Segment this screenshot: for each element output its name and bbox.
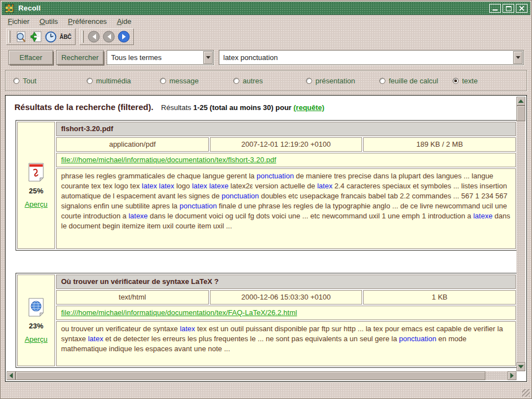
results-header: Résultats de la recherche (filtered).Rés… bbox=[14, 102, 516, 112]
result-mime: application/pdf bbox=[56, 137, 209, 152]
scroll-right-button[interactable] bbox=[508, 371, 516, 380]
results-list: Résultats de la recherche (filtered).Rés… bbox=[7, 97, 516, 371]
result-url-link[interactable]: file:///home/michael/informatique/docume… bbox=[61, 156, 276, 164]
radio-icon[interactable] bbox=[13, 78, 19, 84]
resize-grip[interactable] bbox=[522, 389, 530, 397]
minimize-button[interactable] bbox=[489, 4, 501, 13]
menu-outils[interactable]: Outils bbox=[38, 16, 59, 27]
filter-presentation[interactable]: présentation bbox=[306, 71, 355, 91]
toolbar-handle[interactable] bbox=[82, 31, 84, 43]
result-mime: text/html bbox=[56, 290, 209, 305]
radio-icon[interactable] bbox=[453, 78, 459, 84]
result-side-panel: 23% Aperçu bbox=[17, 275, 55, 366]
recoll-app-icon bbox=[5, 4, 14, 13]
result-snippet: phrase les regles grammaticales de chaqu… bbox=[56, 168, 516, 249]
next-page-icon[interactable] bbox=[117, 30, 131, 43]
radio-icon[interactable] bbox=[306, 78, 312, 84]
preview-link[interactable]: Aperçu bbox=[24, 200, 47, 208]
titlebar: Recoll bbox=[2, 2, 530, 15]
filter-autres[interactable]: autres bbox=[233, 71, 263, 91]
results-count-prefix: Résultats bbox=[161, 103, 191, 112]
results-frame: Résultats de la recherche (filtered).Rés… bbox=[5, 95, 527, 382]
search-query-combo[interactable]: latex ponctuation bbox=[219, 50, 524, 65]
results-count: 1-25 (total au moins 30) pour bbox=[193, 103, 292, 112]
radio-icon[interactable] bbox=[87, 78, 93, 84]
horizontal-scrollbar[interactable] bbox=[7, 371, 516, 380]
search-mode-select[interactable]: Tous les termes bbox=[107, 50, 214, 65]
result-side-panel: 25% Aperçu bbox=[17, 122, 55, 249]
relevance-percent: 25% bbox=[29, 187, 43, 195]
menu-preferences[interactable]: Préférences bbox=[66, 16, 108, 27]
result-snippet: ou trouver un verificateur de syntaxe la… bbox=[56, 321, 516, 366]
clear-button[interactable]: Effacer bbox=[8, 50, 53, 65]
maximize-icon bbox=[506, 6, 511, 11]
search-button[interactable]: Rechercher bbox=[56, 50, 104, 65]
update-index-icon[interactable] bbox=[29, 30, 42, 43]
result-title: Où trouver un vérificateur de syntaxe La… bbox=[56, 275, 516, 289]
relevance-percent: 23% bbox=[29, 322, 43, 330]
filter-texte[interactable]: texte bbox=[453, 71, 478, 91]
menu-fichier[interactable]: Fichier bbox=[6, 16, 31, 27]
result-url-row: file:///home/michael/informatique/docume… bbox=[56, 306, 516, 320]
filter-message[interactable]: message bbox=[160, 71, 199, 91]
preview-link[interactable]: Aperçu bbox=[24, 335, 47, 343]
first-page-icon[interactable] bbox=[87, 30, 101, 43]
toolbar-main-group: ÂBĈ bbox=[6, 28, 76, 45]
vertical-scrollbar-thumb[interactable] bbox=[516, 106, 525, 121]
arrow-left-icon bbox=[7, 373, 13, 378]
results-title: Résultats de la recherche (filtered). bbox=[14, 102, 153, 112]
result-date: 2000-12-06 15:03:30 +0100 bbox=[210, 290, 363, 305]
filter-feuille-de-calcul[interactable]: feuille de calcul bbox=[379, 71, 438, 91]
document-preview-icon[interactable] bbox=[14, 30, 27, 43]
term-explorer-icon[interactable]: ÂBĈ bbox=[59, 30, 72, 43]
toolbar-nav-group bbox=[79, 28, 134, 45]
result-details: flshort-3.20.pdf application/pdf 2007-12… bbox=[56, 122, 516, 249]
result-title: flshort-3.20.pdf bbox=[56, 122, 516, 136]
radio-icon[interactable] bbox=[233, 78, 239, 84]
search-input[interactable]: latex ponctuation bbox=[219, 53, 513, 62]
radio-icon[interactable] bbox=[379, 78, 385, 84]
search-mode-value: Tous les termes bbox=[107, 53, 203, 62]
result-url-link[interactable]: file:///home/michael/informatique/docume… bbox=[61, 308, 297, 317]
previous-page-icon[interactable] bbox=[102, 30, 116, 43]
category-filter-group: Tout multimédia message autres présentat… bbox=[5, 70, 527, 91]
pdf-document-icon bbox=[28, 163, 44, 182]
chevron-down-icon[interactable] bbox=[513, 51, 523, 64]
menu-aide[interactable]: Aide bbox=[115, 16, 133, 27]
scroll-left-button[interactable] bbox=[7, 371, 16, 380]
chevron-down-icon[interactable] bbox=[203, 51, 213, 64]
maximize-button[interactable] bbox=[503, 4, 514, 13]
minimize-icon bbox=[493, 9, 498, 11]
sort-by-date-icon[interactable] bbox=[44, 30, 57, 43]
scroll-down-button[interactable] bbox=[516, 362, 525, 371]
close-icon bbox=[516, 4, 527, 12]
window-controls bbox=[489, 4, 530, 13]
result-meta-row: text/html 2000-12-06 15:03:30 +0100 1 KB bbox=[56, 290, 516, 305]
arrow-down-icon bbox=[518, 365, 524, 371]
toolbar-handle[interactable] bbox=[8, 31, 11, 43]
filter-tout[interactable]: Tout bbox=[13, 71, 37, 91]
result-item: 23% Aperçu Où trouver un vérificateur de… bbox=[16, 273, 516, 368]
scroll-up-button[interactable] bbox=[516, 97, 525, 106]
close-button[interactable] bbox=[516, 4, 528, 13]
result-size: 1 KB bbox=[363, 290, 516, 305]
arrow-up-icon bbox=[518, 97, 524, 103]
window-title: Recoll bbox=[18, 4, 41, 12]
filter-multimedia[interactable]: multimédia bbox=[87, 71, 131, 91]
html-document-icon bbox=[28, 298, 44, 317]
query-link[interactable]: (requête) bbox=[294, 103, 325, 112]
result-details: Où trouver un vérificateur de syntaxe La… bbox=[56, 275, 516, 366]
arrow-right-icon bbox=[510, 373, 516, 378]
result-date: 2007-12-01 12:19:20 +0100 bbox=[210, 137, 363, 152]
result-item: 25% Aperçu flshort-3.20.pdf application/… bbox=[16, 120, 516, 251]
vertical-scrollbar[interactable] bbox=[516, 97, 525, 371]
menubar: Fichier Outils Préférences Aide bbox=[2, 16, 530, 27]
result-url-row: file:///home/michael/informatique/docume… bbox=[56, 153, 516, 167]
result-size: 189 KB / 2 MB bbox=[363, 137, 516, 152]
result-meta-row: application/pdf 2007-12-01 12:19:20 +010… bbox=[56, 137, 516, 152]
radio-icon[interactable] bbox=[160, 78, 166, 84]
recoll-window: Recoll Fichier Outils Préférences Aide bbox=[0, 0, 532, 399]
horizontal-scrollbar-thumb[interactable] bbox=[16, 371, 485, 380]
